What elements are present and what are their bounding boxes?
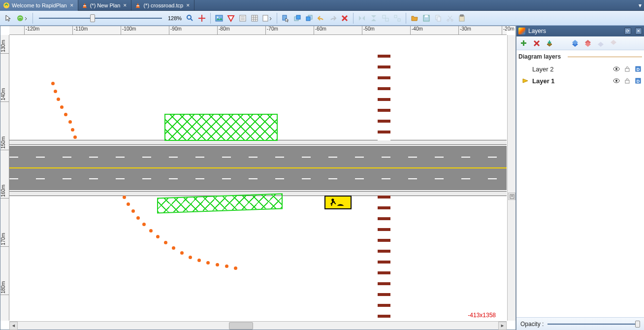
svg-rect-22 <box>263 15 268 21</box>
layer-row[interactable]: Layer 1 D <box>518 75 642 87</box>
group-button[interactable] <box>380 13 391 24</box>
delineator-line-top[interactable] <box>51 82 91 146</box>
select-objects-button[interactable] <box>280 13 291 24</box>
svg-line-7 <box>191 19 193 21</box>
page-dropdown[interactable] <box>261 13 274 24</box>
add-layer-button[interactable] <box>519 39 528 48</box>
svg-rect-65 <box>625 80 629 83</box>
svg-text:D: D <box>637 67 640 72</box>
scroll-track[interactable] <box>18 322 498 330</box>
rail-track-top[interactable] <box>378 55 390 140</box>
collapse-panel-icon[interactable] <box>508 193 515 200</box>
layer-name: Layer 1 <box>532 77 610 85</box>
main-area: -120m -110m -100m -90m -80m -70m -60m -5… <box>0 26 644 330</box>
rail-track-bottom[interactable] <box>378 196 390 321</box>
main-toolbar: 128% <box>0 11 644 26</box>
svg-point-64 <box>615 80 617 82</box>
cut-button[interactable] <box>445 13 455 24</box>
layer-properties-icon[interactable]: D <box>634 65 642 73</box>
open-button[interactable] <box>409 13 420 24</box>
delete-layer-button[interactable] <box>532 39 541 48</box>
road-object[interactable] <box>9 146 507 190</box>
lock-icon[interactable] <box>623 77 631 85</box>
tab-label: (*) New Plan <box>90 2 121 8</box>
ruler-tick: -100m <box>121 26 136 35</box>
svg-marker-62 <box>523 79 528 83</box>
move-layer-down-button <box>609 39 618 48</box>
svg-point-58 <box>615 68 617 70</box>
cone-icon <box>134 2 141 9</box>
copy-button[interactable] <box>433 13 444 24</box>
crosshair-tool[interactable] <box>196 13 207 24</box>
ruler-tick: -30m <box>458 26 471 35</box>
zoom-level: 128% <box>168 15 182 21</box>
close-icon[interactable]: ✕ <box>123 3 128 8</box>
ruler-horizontal[interactable]: -120m -110m -100m -90m -80m -70m -60m -5… <box>9 26 507 35</box>
flip-horizontal-button[interactable] <box>356 13 367 24</box>
ruler-tick: -90m <box>169 26 182 35</box>
undo-button[interactable] <box>316 13 326 24</box>
paste-button[interactable] <box>456 13 467 24</box>
close-icon[interactable]: ✕ <box>186 3 191 8</box>
palette-pin-button[interactable]: ⟳ <box>624 28 631 34</box>
ruler-tick: -80m <box>217 26 230 35</box>
layer-name: Layer 2 <box>532 66 610 73</box>
svg-rect-4 <box>136 5 139 6</box>
pointer-tool[interactable] <box>3 13 14 24</box>
visibility-icon[interactable] <box>612 65 620 73</box>
list-button[interactable] <box>237 13 248 24</box>
basemap-tool[interactable] <box>15 13 30 24</box>
tab-overflow-button[interactable]: ▾ <box>636 0 644 10</box>
palette-close-button[interactable]: ✕ <box>635 28 642 34</box>
zoom-tool[interactable] <box>185 13 195 24</box>
drawing-canvas[interactable] <box>9 35 507 321</box>
work-area-fencing-top[interactable] <box>164 114 278 141</box>
flip-vertical-button[interactable] <box>368 13 379 24</box>
save-button[interactable] <box>421 13 432 24</box>
ruler-vertical[interactable]: 130m 140m 150m 160m 170m 180m <box>0 35 9 321</box>
move-layer-up-button <box>596 39 605 48</box>
palette-header[interactable]: Layers ⟳ ✕ <box>516 26 644 36</box>
horizontal-scrollbar[interactable]: ◄ ► <box>9 321 507 330</box>
zoom-slider[interactable] <box>39 16 162 21</box>
grid-button[interactable] <box>249 13 260 24</box>
palette-body: Diagram layers Layer 2 D Layer 1 D <box>516 50 644 317</box>
yield-sign-button[interactable] <box>225 13 236 24</box>
flatten-layers-button[interactable] <box>545 39 554 48</box>
delete-button[interactable] <box>339 13 350 24</box>
scroll-right-button[interactable]: ► <box>498 322 507 330</box>
tab-label: Welcome to RapidPlan <box>12 2 67 8</box>
opacity-slider[interactable] <box>547 323 640 326</box>
layer-up-blue-button[interactable] <box>571 39 580 48</box>
scroll-left-button[interactable]: ◄ <box>9 322 18 330</box>
close-icon[interactable]: ✕ <box>70 3 75 8</box>
ruler-tick: -60m <box>314 26 326 35</box>
ruler-tick: 170m <box>0 233 9 247</box>
bring-front-button[interactable] <box>292 13 303 24</box>
svg-rect-27 <box>306 17 310 21</box>
visibility-icon[interactable] <box>612 77 620 85</box>
svg-text:D: D <box>637 79 640 84</box>
send-back-button[interactable] <box>304 13 315 24</box>
ruler-tick: 150m <box>0 136 9 150</box>
layer-row[interactable]: Layer 2 D <box>518 63 642 75</box>
tab-new-plan[interactable]: (*) New Plan ✕ <box>78 0 132 11</box>
layer-down-red-button[interactable] <box>583 39 592 48</box>
svg-rect-59 <box>625 68 629 71</box>
svg-marker-12 <box>228 16 234 21</box>
delineator-line-bottom[interactable] <box>123 196 241 274</box>
ungroup-button[interactable] <box>392 13 403 24</box>
layer-properties-icon[interactable]: D <box>634 77 642 85</box>
scroll-thumb[interactable] <box>229 322 253 330</box>
roadwork-sign[interactable] <box>324 196 352 209</box>
vertical-scrollbar[interactable] <box>507 35 515 321</box>
svg-rect-34 <box>383 15 386 18</box>
svg-marker-33 <box>371 19 376 21</box>
redo-button[interactable] <box>327 13 338 24</box>
document-tabbar: Welcome to RapidPlan ✕ (*) New Plan ✕ (*… <box>0 0 644 11</box>
cone-icon <box>81 2 88 9</box>
tab-crossroad[interactable]: (*) crossroad.tcp ✕ <box>131 0 194 11</box>
image-button[interactable] <box>214 13 225 24</box>
lock-icon[interactable] <box>623 65 631 73</box>
tab-welcome[interactable]: Welcome to RapidPlan ✕ <box>0 0 78 11</box>
